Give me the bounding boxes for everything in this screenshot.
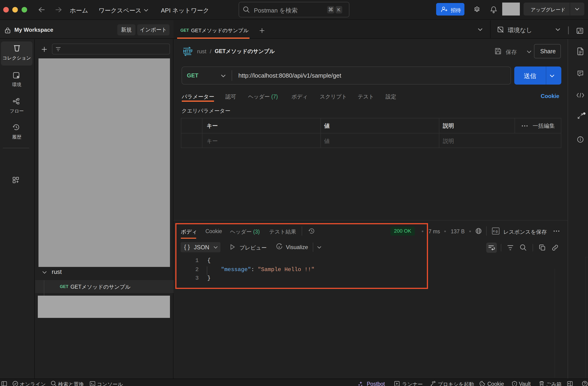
svg-text:x: x <box>578 30 579 34</box>
svg-text:HTTP: HTTP <box>183 49 192 54</box>
